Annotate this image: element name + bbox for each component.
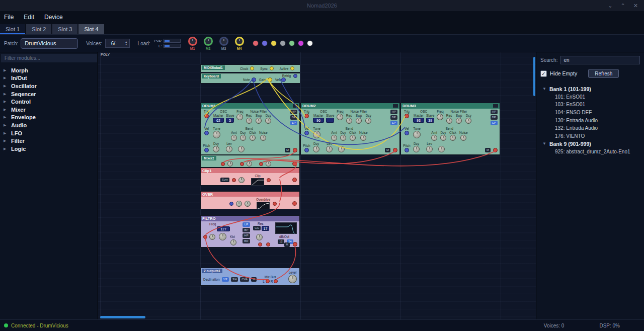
click-knob[interactable]	[450, 135, 456, 141]
hp-button[interactable]: HP	[290, 110, 297, 114]
audio-output-port[interactable]	[293, 148, 297, 152]
swatch-white[interactable]	[307, 40, 313, 46]
sidebar-item-inout[interactable]: ▶In/Out	[0, 74, 98, 82]
swp-knob[interactable]	[456, 118, 462, 124]
tune-knob[interactable]	[413, 131, 421, 138]
bend-amt-knob[interactable]	[331, 135, 337, 141]
trig-input-port[interactable]	[405, 114, 409, 118]
menu-file[interactable]: File	[4, 14, 21, 21]
mute-button[interactable]: M	[385, 148, 390, 152]
module-header[interactable]: DRUM2	[301, 103, 399, 109]
swatch-green[interactable]	[289, 40, 295, 46]
tune-knob[interactable]	[213, 131, 220, 138]
decay-knob[interactable]	[413, 146, 420, 152]
dest-12-button[interactable]: 1/2	[222, 277, 229, 282]
chevron-up-icon[interactable]: ⌃	[621, 3, 625, 9]
freq-knob[interactable]	[437, 114, 443, 120]
vel-input-port[interactable]	[304, 131, 309, 135]
morph-3-knob[interactable]	[219, 36, 229, 46]
dcy-knob[interactable]	[265, 118, 271, 124]
bank-1-header[interactable]: ▼ Bank 1 (101-199)	[536, 85, 644, 93]
bp-button[interactable]: BP	[491, 115, 498, 120]
swatch-blue[interactable]	[262, 40, 268, 46]
aux-input-port[interactable]	[273, 202, 277, 206]
lp-button[interactable]: LP	[390, 121, 397, 125]
lp-button[interactable]: LP	[491, 121, 497, 125]
mute-button[interactable]: M	[285, 148, 290, 152]
bend-amt-knob[interactable]	[231, 135, 237, 141]
right-input-port[interactable]	[274, 279, 278, 283]
trig-input-port[interactable]	[204, 114, 209, 118]
lev-knob[interactable]	[226, 146, 232, 152]
noise-knob[interactable]	[260, 135, 266, 141]
module-clip1[interactable]: Clip1 Sym Clip	[200, 168, 300, 186]
audio-output-port[interactable]	[293, 242, 297, 246]
mod2-input-port[interactable]	[266, 242, 270, 246]
sidebar-item-filter[interactable]: ▶Filter	[0, 137, 98, 145]
click-knob[interactable]	[350, 135, 356, 141]
refresh-button[interactable]: Refresh	[588, 69, 619, 78]
freq-value[interactable]: 127	[217, 226, 230, 231]
tab-slot-2[interactable]: Slot 2	[26, 24, 51, 34]
module-header[interactable]: Clip1	[201, 168, 299, 173]
lev-knob[interactable]	[426, 146, 433, 152]
module-keyboard[interactable]: Keyboard Retrig Note Gate Vel	[200, 73, 300, 84]
module-2outputs1[interactable]: 2 outputs1 Destination 1/2 3/4 CVA M Mix…	[200, 268, 300, 286]
audio-input-port[interactable]	[232, 178, 236, 182]
menu-device[interactable]: Device	[44, 14, 70, 21]
tab-slot-4[interactable]: Slot 4	[78, 24, 104, 34]
res-knob[interactable]	[246, 118, 252, 124]
patch-entry[interactable]: 104: ENSO DEF	[536, 109, 644, 117]
ch1-input-port[interactable]	[221, 162, 225, 166]
filter-modules-input[interactable]	[1, 54, 97, 62]
sidebar-item-control[interactable]: ▶Control	[0, 98, 98, 106]
slave-value[interactable]	[326, 118, 334, 123]
sync-output-port[interactable]	[270, 66, 274, 70]
chevron-down-icon[interactable]: ⌄	[608, 3, 612, 9]
tab-slot-1[interactable]: Slot 1	[0, 24, 25, 34]
freq-mod-knob[interactable]	[209, 234, 215, 240]
patch-entry[interactable]: 925: abstract_drumz_2Auto-Eno1	[536, 148, 644, 156]
hp-button[interactable]: HP	[491, 110, 498, 114]
hp-button[interactable]: HP	[243, 233, 250, 238]
ch3-input-port[interactable]	[259, 162, 263, 166]
bp-button[interactable]: BP	[390, 115, 397, 120]
retrig-port[interactable]	[293, 74, 297, 78]
ch1-level-knob[interactable]	[227, 161, 233, 167]
module-over[interactable]: OVER Overdrive	[200, 191, 300, 209]
slave-value[interactable]: 5	[226, 118, 234, 123]
module-drum2[interactable]: DRUM2 Trig OSC Master96 Slave	[300, 103, 400, 155]
vel-input-port[interactable]	[204, 131, 209, 135]
sidebar-item-audio[interactable]: ▶Audio	[0, 121, 98, 129]
lp-button[interactable]: LP	[243, 222, 250, 227]
voices-stepper[interactable]: ▲▼	[123, 39, 130, 48]
sidebar-item-morph[interactable]: ▶Morph	[0, 66, 98, 74]
patch-canvas[interactable]: POLY MIDIGlobal1 Clock Sync Active Keybo…	[98, 52, 536, 319]
mod1-input-port[interactable]	[258, 242, 262, 246]
bend-amt-knob[interactable]	[431, 135, 437, 141]
module-header[interactable]: DRUM3	[401, 103, 500, 109]
morph-2-knob[interactable]	[203, 36, 213, 46]
decay-knob[interactable]	[213, 146, 219, 152]
freq-knob[interactable]	[337, 114, 343, 120]
audio-output-port[interactable]	[393, 148, 397, 152]
patch-entry[interactable]: 103: EnSO01	[536, 101, 644, 109]
res-knob[interactable]	[446, 118, 452, 124]
freq-knob[interactable]	[219, 233, 226, 240]
audio-output-port[interactable]	[292, 201, 297, 206]
module-filtro[interactable]: FILTRO Freq 127 Kbt LP BP HP BR Res GC 1…	[200, 215, 300, 247]
sidebar-item-seqencer[interactable]: ▶Seqencer	[0, 90, 98, 98]
sidebar-item-envelope[interactable]: ▶Envelope	[0, 114, 98, 122]
res-value[interactable]: 17	[262, 226, 269, 231]
click-knob[interactable]	[250, 135, 256, 141]
sidebar-item-oscillator[interactable]: ▶Oscillator	[0, 82, 98, 90]
aux-knob[interactable]	[238, 146, 245, 152]
ch2-input-port[interactable]	[240, 162, 244, 166]
hp-button[interactable]: HP	[390, 110, 397, 114]
canvas-vertical-scrollbar[interactable]	[533, 57, 535, 96]
lev-knob[interactable]	[326, 146, 333, 152]
voices-value[interactable]: 6/-	[105, 39, 123, 48]
shape-knob[interactable]	[245, 201, 251, 207]
dest-cva-button[interactable]: CVA	[240, 277, 249, 282]
mix-output-port[interactable]	[292, 161, 297, 166]
